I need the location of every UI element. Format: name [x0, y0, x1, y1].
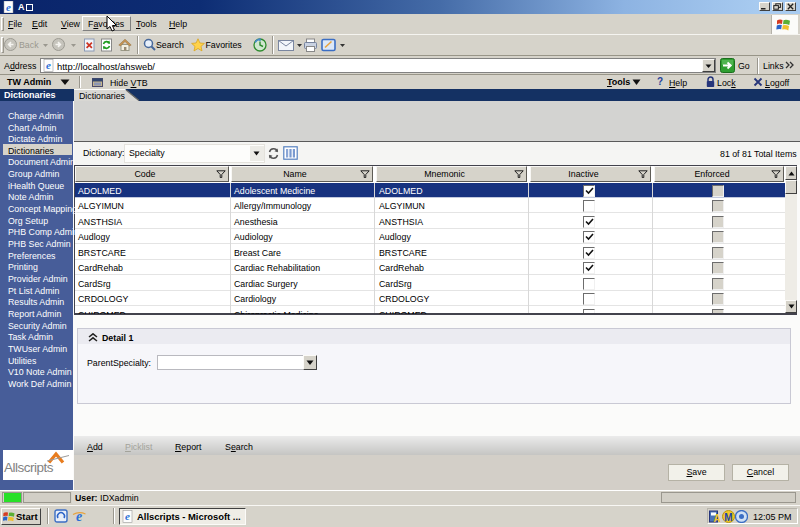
svg-text:e: e	[6, 1, 11, 13]
svg-text:e: e	[125, 510, 130, 522]
svg-text:e: e	[76, 509, 82, 523]
svg-text:e: e	[46, 59, 51, 71]
